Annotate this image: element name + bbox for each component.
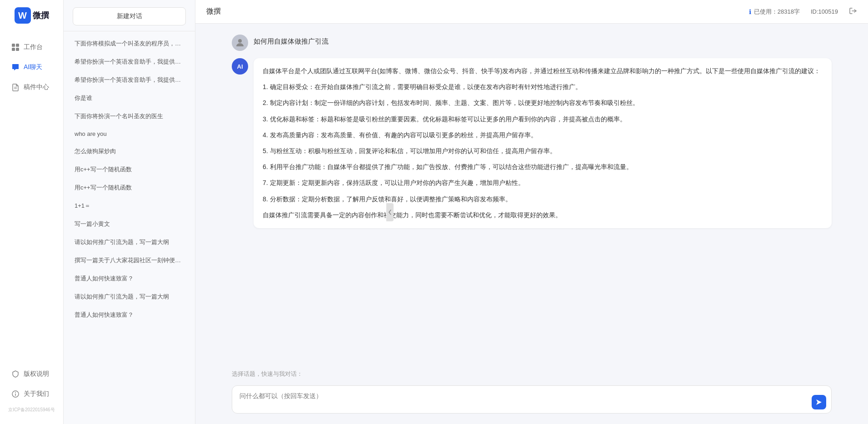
logo-area: W 微撰 <box>10 7 54 24</box>
svg-point-8 <box>15 392 16 393</box>
sidebar-item-drafts[interactable]: 稿件中心 <box>5 78 58 96</box>
left-navigation: W 微撰 工作台 AI聊天 <box>0 0 64 424</box>
user-message: 如何用自媒体做推广引流 <box>232 35 832 51</box>
chat-list-item[interactable]: 普通人如何快速致富？ <box>69 270 190 287</box>
ai-paragraph: 2. 制定内容计划：制定一份详细的内容计划，包括发布时间、频率、主题、文案、图片… <box>263 97 823 109</box>
new-chat-button[interactable]: 新建对话 <box>73 7 186 25</box>
logo-icon: W <box>15 7 31 24</box>
icp-text: 京ICP备2022015946号 <box>5 405 58 415</box>
chat-list-item[interactable]: 怎么做狗屎炒肉 <box>69 143 190 160</box>
svg-rect-0 <box>12 44 15 47</box>
chat-list-item[interactable]: 用c++写一个随机函数 <box>69 161 190 178</box>
chat-input[interactable] <box>232 385 832 414</box>
nav-label-about: 关于我们 <box>24 390 49 398</box>
user-avatar <box>232 35 248 51</box>
usage-text: 已使用：28318字 <box>754 8 800 16</box>
ai-paragraph: 7. 定期更新：定期更新内容，保持活跃度，可以让用户对你的内容产生兴趣，增加用户… <box>263 177 823 189</box>
sidebar-item-workbench[interactable]: 工作台 <box>5 38 58 56</box>
shield-icon <box>11 369 20 379</box>
file-icon <box>11 83 20 92</box>
chat-icon <box>11 63 20 72</box>
chat-list-item[interactable]: 撰写一篇关于八大家花园社区一刻钟便民生... <box>69 252 190 269</box>
chat-list-item[interactable]: 下面你将模拟成一个叫圣友的程序员，我说... <box>69 35 190 52</box>
ai-paragraph: 自媒体平台是个人或团队通过互联网平台(如博客、微博、微信公众号、抖音、快手等)发… <box>263 65 823 77</box>
nav-label-ai-chat: AI聊天 <box>24 63 42 71</box>
info-icon <box>11 389 20 399</box>
chat-list-item[interactable]: 请以如何推广引流为题，写一篇大纲 <box>69 288 190 305</box>
ai-paragraph: 5. 与粉丝互动：积极与粉丝互动，回复评论和私信，可以增加用户对你的认可和信任，… <box>263 145 823 157</box>
chat-list-item[interactable]: 希望你扮演一个英语发音助手，我提供给你... <box>69 53 190 70</box>
svg-rect-3 <box>16 48 19 51</box>
sidebar-header: 新建对话 <box>64 0 195 31</box>
chat-list-item[interactable]: 普通人如何快速致富？ <box>69 306 190 324</box>
nav-label-workbench: 工作台 <box>24 43 43 51</box>
quick-topics-label: 选择话题，快速与我对话： <box>232 370 303 377</box>
ai-paragraph: 1. 确定目标受众：在开始自媒体推广引流之前，需要明确目标受众是谁，以便在发布内… <box>263 81 823 93</box>
sidebar-item-ai-chat[interactable]: AI聊天 <box>5 58 58 76</box>
ai-paragraph: 4. 发布高质量内容：发布高质量、有价值、有趣的内容可以吸引更多的粉丝，并提高用… <box>263 130 823 141</box>
nav-bottom: 版权说明 关于我们 京ICP备2022015946号 <box>0 365 63 415</box>
send-button[interactable] <box>812 395 826 409</box>
chat-list-item[interactable]: 希望你扮演一个英语发音助手，我提供给你... <box>69 71 190 89</box>
svg-rect-2 <box>12 48 15 51</box>
chat-list-item[interactable]: 你是谁 <box>69 90 190 107</box>
input-wrapper <box>232 385 832 415</box>
chat-list-item[interactable]: 用c++写一个随机函数 <box>69 179 190 196</box>
svg-point-10 <box>238 39 242 43</box>
quick-topics: 选择话题，快速与我对话： <box>195 366 868 380</box>
nav-items: 工作台 AI聊天 稿件中心 <box>0 38 63 365</box>
chat-area: 如何用自媒体做推广引流 AI 自媒体平台是个人或团队通过互联网平台(如博客、微博… <box>195 24 868 366</box>
chat-list-item[interactable]: who are you <box>69 126 190 142</box>
ai-paragraph: 6. 利用平台推广功能：自媒体平台都提供了推广功能，如广告投放、付费推广等，可以… <box>263 161 823 173</box>
chat-list-item[interactable]: 请以如何推广引流为题，写一篇大纲 <box>69 234 190 251</box>
logo-text: 微撰 <box>33 10 49 21</box>
ai-paragraph: 自媒体推广引流需要具备一定的内容创作和社交能力，同时也需要不断尝试和优化，才能取… <box>263 210 823 221</box>
nav-label-drafts: 稿件中心 <box>24 83 49 91</box>
ai-paragraph: 3. 优化标题和标签：标题和标签是吸引粉丝的重要因素。优化标题和标签可以让更多的… <box>263 114 823 125</box>
logout-icon[interactable] <box>849 7 857 16</box>
chat-list: 下面你将模拟成一个叫圣友的程序员，我说...希望你扮演一个英语发音助手，我提供给… <box>64 31 195 424</box>
chat-list-item[interactable]: 下面你将扮演一个名叫圣友的医生 <box>69 108 190 125</box>
svg-rect-1 <box>16 44 19 47</box>
chat-list-item[interactable]: 1+1＝ <box>69 197 190 214</box>
main-content: 微撰 ℹ 已使用：28318字 ID:100519 如何 <box>195 0 868 424</box>
chat-sidebar: 新建对话 下面你将模拟成一个叫圣友的程序员，我说...希望你扮演一个英语发音助手… <box>64 0 195 424</box>
header-right: ℹ 已使用：28318字 ID:100519 <box>749 7 857 16</box>
chat-list-item[interactable]: 写一篇小黄文 <box>69 215 190 233</box>
nav-label-copyright: 版权说明 <box>24 370 49 378</box>
sidebar-item-copyright[interactable]: 版权说明 <box>5 365 58 383</box>
main-header: 微撰 ℹ 已使用：28318字 ID:100519 <box>195 0 868 24</box>
input-area <box>195 380 868 424</box>
message-group: 如何用自媒体做推广引流 AI 自媒体平台是个人或团队通过互联网平台(如博客、微博… <box>232 35 832 228</box>
user-message-text: 如何用自媒体做推广引流 <box>254 35 329 46</box>
collapse-sidebar-button[interactable] <box>386 203 394 221</box>
usage-icon: ℹ <box>749 8 751 15</box>
ai-message-content: 自媒体平台是个人或团队通过互联网平台(如博客、微博、微信公众号、抖音、快手等)发… <box>254 58 832 228</box>
user-id: ID:100519 <box>811 8 838 15</box>
grid-icon <box>11 43 20 52</box>
ai-paragraph: 8. 分析数据：定期分析数据，了解用户反馈和喜好，以便调整推广策略和内容发布频率… <box>263 194 823 205</box>
sidebar-item-about[interactable]: 关于我们 <box>5 385 58 403</box>
main-title: 微撰 <box>206 7 221 16</box>
ai-avatar: AI <box>232 58 248 75</box>
ai-message: AI 自媒体平台是个人或团队通过互联网平台(如博客、微博、微信公众号、抖音、快手… <box>232 58 832 228</box>
usage-info: ℹ 已使用：28318字 <box>749 8 800 16</box>
